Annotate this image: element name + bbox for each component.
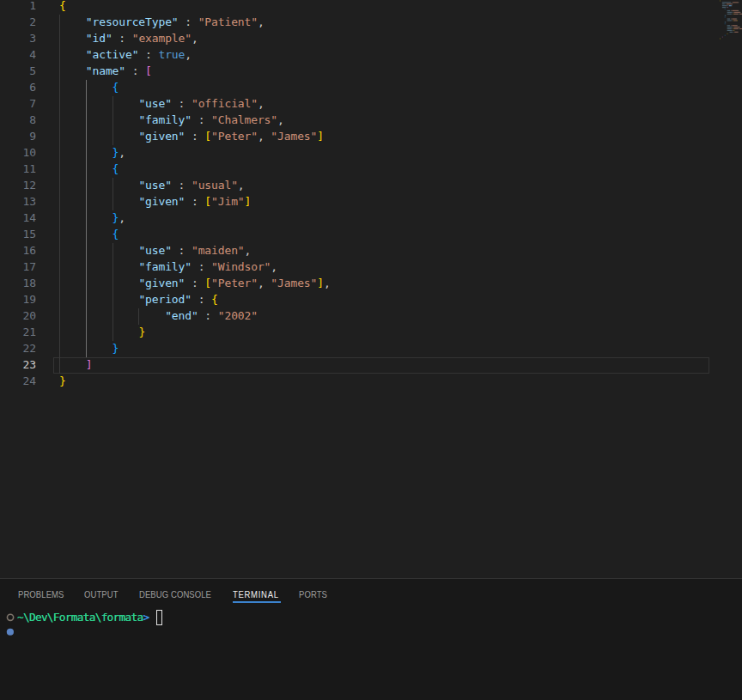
line-number: 6 <box>0 79 36 95</box>
line-number: 13 <box>0 193 36 210</box>
line-number: 10 <box>0 144 36 161</box>
terminal-cwd: ~\Dev\Formata\formata <box>17 611 143 624</box>
line-number: 11 <box>0 161 36 177</box>
terminal-cursor <box>156 610 162 625</box>
terminal-command-dot-icon <box>5 627 17 639</box>
line-number: 14 <box>0 210 36 226</box>
line-number: 15 <box>0 226 36 242</box>
line-number: 12 <box>0 177 36 193</box>
line-number: 2 <box>0 14 36 30</box>
code-line[interactable]: "end" : "2002" <box>59 307 258 324</box>
line-number: 23 <box>0 356 36 373</box>
line-number: 22 <box>0 340 36 356</box>
panel-tab-terminal[interactable]: TERMINAL <box>233 587 279 601</box>
code-line[interactable]: ] <box>59 356 93 373</box>
active-tab-underline <box>233 601 282 602</box>
code-line[interactable]: "resourceType" : "Patient", <box>59 14 265 30</box>
code-line[interactable]: "id" : "example", <box>59 30 198 46</box>
code-line[interactable]: } <box>59 373 66 389</box>
panel-tab-output[interactable]: OUTPUT <box>84 587 119 601</box>
terminal-command-circle-icon <box>3 611 17 624</box>
code-line[interactable]: } <box>59 324 145 340</box>
line-number: 21 <box>0 324 36 340</box>
code-line[interactable]: "use" : "usual", <box>59 177 245 193</box>
line-number: 9 <box>0 128 36 144</box>
line-number: 20 <box>0 307 36 324</box>
line-number: 24 <box>0 373 36 389</box>
panel-tab-problems[interactable]: PROBLEMS <box>18 587 64 601</box>
code-line[interactable]: "period" : { <box>59 291 218 307</box>
line-number: 7 <box>0 95 36 112</box>
line-number: 8 <box>0 112 36 128</box>
line-number: 1 <box>0 0 36 14</box>
panel-tab-ports[interactable]: PORTS <box>299 587 327 601</box>
code-line[interactable]: { <box>59 161 119 177</box>
panel-tab-debug-console[interactable]: DEBUG CONSOLE <box>139 587 211 601</box>
code-line[interactable]: "active" : true, <box>59 46 192 63</box>
line-number: 17 <box>0 259 36 275</box>
code-line[interactable]: "use" : "maiden", <box>59 242 251 259</box>
code-line[interactable]: { <box>59 0 66 14</box>
line-number: 3 <box>0 30 36 46</box>
code-line[interactable]: "use" : "official", <box>59 95 265 112</box>
code-line[interactable]: "given" : ["Peter", "James"], <box>59 275 331 291</box>
code-line[interactable]: "name" : [ <box>59 63 152 79</box>
line-number: 5 <box>0 63 36 79</box>
terminal-prompt-char: > <box>143 611 149 624</box>
current-line-highlight <box>53 357 709 374</box>
vscode-window: { "colors": { "editor_bg": "#1f1f1f", "p… <box>0 0 742 700</box>
bottom-panel: PROBLEMSOUTPUTDEBUG CONSOLETERMINALPORTS <box>0 578 742 700</box>
code-line[interactable]: { <box>59 79 119 95</box>
line-number: 16 <box>0 242 36 259</box>
code-line[interactable]: { <box>59 226 119 242</box>
code-line[interactable]: "given" : ["Jim"] <box>59 193 251 210</box>
code-line[interactable]: }, <box>59 144 125 161</box>
line-number: 4 <box>0 46 36 63</box>
code-line[interactable]: "family" : "Windsor", <box>59 259 277 275</box>
terminal-prompt-line[interactable]: ~\Dev\Formata\formata> <box>17 608 149 627</box>
line-number: 18 <box>0 275 36 291</box>
code-editor[interactable]: 123456789101112131415161718192021222324 … <box>0 0 742 578</box>
code-line[interactable]: } <box>59 340 119 356</box>
code-line[interactable]: }, <box>59 210 125 226</box>
code-line[interactable]: "given" : ["Peter", "James"] <box>59 128 324 144</box>
code-line[interactable]: "family" : "Chalmers", <box>59 112 284 128</box>
line-number: 19 <box>0 291 36 307</box>
minimap[interactable] <box>720 0 742 43</box>
